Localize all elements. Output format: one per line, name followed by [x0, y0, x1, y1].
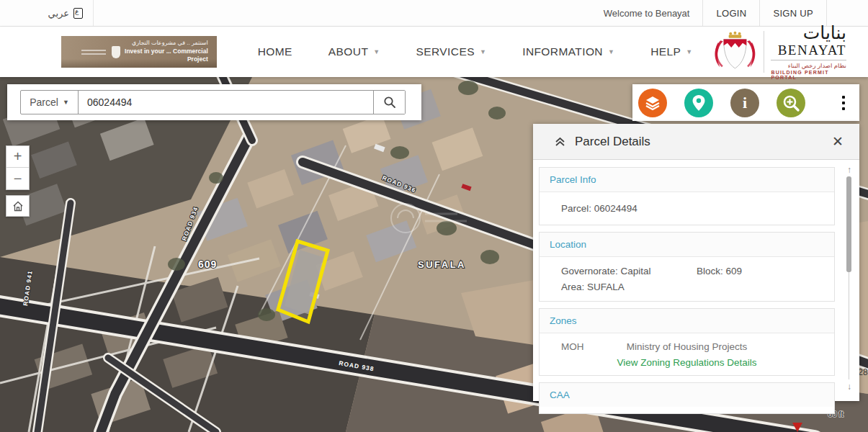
logo-rule [771, 60, 846, 60]
block-label: 609 [198, 258, 217, 270]
info-button[interactable]: i [730, 89, 759, 117]
search-group: Parcel ▼ [20, 90, 406, 114]
parcel-number-value: Parcel: 06024494 [540, 192, 834, 225]
banner-left-text [81, 50, 106, 55]
zone-name: Ministry of Housing Projects [627, 341, 747, 352]
logo-text: بنايات BENAYAT نظام اصدار رخص البناء BUI… [771, 24, 846, 81]
layers-icon [644, 94, 661, 112]
panel-title: Parcel Details [575, 135, 650, 149]
info-icon: i [743, 95, 747, 111]
nav-item-home[interactable]: HOME [240, 45, 310, 58]
zoom-in-icon [782, 94, 800, 112]
banner-emblem-icon [112, 46, 120, 58]
nav-item-about[interactable]: ABOUT▼ [310, 45, 398, 58]
scroll-down-icon[interactable]: ↓ [844, 382, 854, 391]
area-value: Area: SUFALA [561, 282, 697, 292]
nav-item-help[interactable]: HELP▼ [632, 45, 710, 58]
home-icon [12, 201, 24, 212]
parcel-details-panel: Parcel Details ✕ Parcel Info Parcel: 060… [533, 124, 859, 401]
edge-label: 28 [858, 367, 868, 377]
zone-code: MOH [561, 341, 584, 352]
benayat-logo[interactable]: بنايات BENAYAT نظام اصدار رخص البناء BUI… [711, 24, 846, 81]
section-header-parcel-info[interactable]: Parcel Info [540, 168, 834, 192]
scroll-thumb[interactable] [846, 176, 851, 272]
section-caa: CAA [539, 382, 835, 414]
locate-button[interactable] [684, 89, 713, 117]
location-values: Governorate: Capital Block: 609 Area: SU… [540, 257, 834, 301]
area-label: SUFALA [418, 259, 466, 270]
nav-menu: HOME ABOUT▼ SERVICES▼ INFORMATION▼ HELP▼ [240, 45, 711, 58]
search-button[interactable] [373, 91, 405, 114]
logo-name: BENAYAT [778, 43, 846, 57]
logo-divider [764, 31, 764, 73]
panel-body: Parcel Info Parcel: 06024494 Location Go… [533, 161, 859, 401]
more-menu-button[interactable] [839, 93, 848, 113]
login-button[interactable]: LOGIN [702, 0, 759, 26]
logo-tagline-ar: نظام اصدار رخص البناء [788, 63, 846, 69]
translate-icon [73, 8, 83, 19]
nav-item-services[interactable]: SERVICES▼ [398, 45, 505, 58]
zoom-control: + − [6, 145, 30, 190]
scroll-up-icon[interactable]: ↑ [844, 166, 854, 174]
map-tools-card: i [632, 84, 859, 121]
bahrain-crest-icon [711, 27, 759, 78]
close-icon[interactable]: ✕ [832, 135, 844, 148]
banner-caption-en: Invest in your ... Commercial Project [120, 48, 207, 64]
location-pin-icon [691, 94, 707, 112]
layers-button[interactable] [638, 89, 667, 117]
logo-arabic: بنايات [803, 24, 846, 42]
utility-topbar: عربي Welcome to Benayat LOGIN SIGN UP [0, 0, 868, 27]
zoom-in-button[interactable]: + [6, 146, 29, 168]
search-icon [383, 96, 396, 109]
panel-header: Parcel Details ✕ [533, 124, 859, 160]
section-location: Location Governorate: Capital Block: 609… [539, 232, 835, 302]
welcome-text: Welcome to Benayat [591, 0, 703, 26]
map-search-card: Parcel ▼ [7, 84, 421, 120]
panel-scrollbar[interactable]: ↑ ↓ [844, 167, 854, 390]
search-type-dropdown[interactable]: Parcel ▼ [21, 91, 79, 114]
banner-caption-ar: استثمر .. في مشروعات التجاري [120, 40, 207, 48]
chevron-down-icon: ▼ [686, 48, 692, 55]
language-label: عربي [48, 8, 69, 19]
collapse-up-icon[interactable] [555, 137, 565, 147]
map-container: 609 SUFALA ROAD 936 ROAD 934 ROAD 941 RO… [0, 77, 868, 432]
zoning-regulations-link[interactable]: View Zoning Regulations Details [550, 357, 824, 368]
zoom-out-button[interactable]: − [6, 168, 29, 189]
logo-tagline-en: BUILDING PERMIT PORTAL [771, 70, 846, 80]
chevron-down-icon: ▼ [373, 48, 380, 55]
promo-banner[interactable]: استثمر .. في مشروعات التجاري Invest in y… [61, 36, 217, 68]
chevron-down-icon: ▼ [608, 48, 614, 55]
zones-values: MOH Ministry of Housing Projects View Zo… [540, 333, 834, 375]
section-header-location[interactable]: Location [540, 233, 834, 257]
search-input[interactable] [79, 91, 373, 114]
language-switch[interactable]: عربي [0, 0, 94, 26]
nav-item-information[interactable]: INFORMATION▼ [504, 45, 632, 58]
home-extent-button[interactable] [6, 195, 30, 217]
section-header-caa[interactable]: CAA [540, 383, 834, 407]
section-parcel-info: Parcel Info Parcel: 06024494 [539, 167, 835, 225]
more-menu-icon [842, 96, 845, 99]
governorate-value: Governorate: Capital [561, 266, 697, 276]
banner-caption: استثمر .. في مشروعات التجاري Invest in y… [120, 40, 207, 64]
main-navbar: استثمر .. في مشروعات التجاري Invest in y… [0, 27, 868, 77]
chevron-down-icon: ▼ [63, 99, 69, 106]
section-zones: Zones MOH Ministry of Housing Projects V… [539, 308, 835, 376]
block-value: Block: 609 [697, 266, 824, 276]
chevron-down-icon: ▼ [480, 48, 486, 55]
section-header-zones[interactable]: Zones [540, 309, 834, 333]
zoom-to-button[interactable] [777, 89, 805, 117]
